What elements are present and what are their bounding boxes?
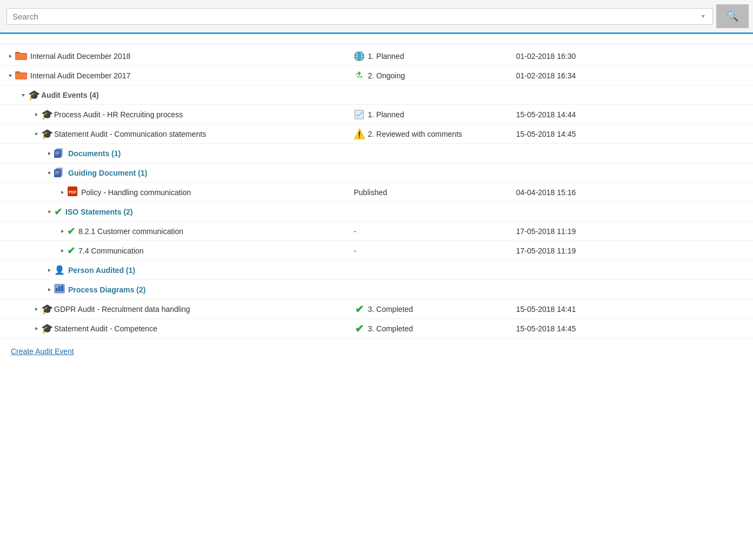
tree-row[interactable]: ✔7.4 Communication-17-05-2018 11:19 <box>0 241 753 261</box>
tree-row[interactable]: 🎓Process Audit - HR Recruiting process 1… <box>0 105 753 124</box>
row-workflow-text: - <box>354 246 356 255</box>
row-label: 8.2.1 Customer communication <box>78 227 183 236</box>
row-toggle[interactable] <box>44 285 54 295</box>
tree-row[interactable]: 👤Person Audited (1) <box>0 261 753 280</box>
row-date-cell: 15-05-2018 14:44 <box>508 110 753 119</box>
svg-marker-44 <box>35 327 38 330</box>
tree-row[interactable]: 🎓Statement Audit - Competence✔3. Complet… <box>0 319 753 338</box>
row-label: Internal Audit December 2017 <box>30 71 130 80</box>
tree-row[interactable]: Internal Audit December 2017 2. Ongoing0… <box>0 66 753 85</box>
svg-marker-17 <box>48 152 51 155</box>
row-workflow-cell: - <box>346 227 508 236</box>
row-toggle[interactable] <box>57 188 67 197</box>
create-audit-event-link[interactable]: Create Audit Event <box>0 341 85 362</box>
row-toggle[interactable] <box>44 149 54 158</box>
row-toggle[interactable] <box>31 129 41 139</box>
svg-marker-16 <box>35 133 38 136</box>
svg-marker-43 <box>35 308 38 311</box>
row-toggle[interactable] <box>44 207 54 217</box>
row-toggle[interactable] <box>57 226 67 236</box>
tree-row[interactable]: 🎓GDPR Audit - Recruitment data handling✔… <box>0 299 753 319</box>
row-workflow-text: 1. Planned <box>368 52 404 61</box>
row-date-cell: 15-05-2018 14:41 <box>508 305 753 314</box>
search-magnifier-icon: 🔍 <box>726 10 738 22</box>
audit-hat-icon: 🎓 <box>41 323 53 335</box>
column-headers <box>0 34 753 44</box>
row-toggle[interactable] <box>18 90 28 100</box>
search-dropdown-icon[interactable]: ▾ <box>702 12 705 20</box>
row-label: Documents (1) <box>68 149 121 158</box>
row-toggle[interactable] <box>5 71 15 81</box>
row-name-cell: 🎓Statement Audit - Competence <box>0 321 346 337</box>
row-name-cell: Documents (1) <box>0 145 346 162</box>
row-label: GDPR Audit - Recruitment data handling <box>54 305 190 314</box>
row-date-cell: 01-02-2018 16:34 <box>508 71 753 80</box>
row-workflow-cell: 1. Planned <box>346 109 508 120</box>
row-date-cell: 15-05-2018 14:45 <box>508 130 753 138</box>
row-workflow-text: Published <box>354 188 387 197</box>
row-name-cell: Process Diagrams (2) <box>0 282 346 297</box>
row-name-cell: ✔ISO Statements (2) <box>0 204 346 220</box>
row-workflow-text: 1. Planned <box>368 110 404 119</box>
row-name-cell: Guiding Document (1) <box>0 164 346 182</box>
row-workflow-cell: ✔3. Completed <box>346 304 508 315</box>
row-name-cell: 🎓Process Audit - HR Recruiting process <box>0 106 346 123</box>
search-bar: ▾ 🔍 <box>0 0 753 34</box>
tree-row[interactable]: PDF Policy - Handling communicationPubli… <box>0 183 753 202</box>
row-workflow-cell: ⚠️2. Reviewed with comments <box>346 129 508 139</box>
row-label: Guiding Document (1) <box>68 169 147 177</box>
tree-list: Internal Audit December 2018 1. Planned0… <box>0 44 753 341</box>
row-name-cell: 🎓GDPR Audit - Recruitment data handling <box>0 301 346 317</box>
row-toggle[interactable] <box>31 110 41 119</box>
tree-row[interactable]: 🎓Statement Audit - Communication stateme… <box>0 124 753 144</box>
row-name-cell: 🎓Statement Audit - Communication stateme… <box>0 126 346 142</box>
diagram-icon <box>54 286 65 295</box>
row-workflow-text: 2. Reviewed with comments <box>368 130 462 138</box>
row-label: Statement Audit - Communication statemen… <box>54 130 206 138</box>
row-workflow-cell: - <box>346 246 508 255</box>
copy-icon <box>54 150 65 159</box>
row-workflow-text: 3. Completed <box>368 324 413 333</box>
row-workflow-cell: ✔3. Completed <box>346 323 508 334</box>
svg-rect-40 <box>56 288 58 291</box>
svg-marker-35 <box>61 230 64 233</box>
row-toggle[interactable] <box>44 168 54 178</box>
tree-row[interactable]: ✔ISO Statements (2) <box>0 202 753 222</box>
svg-marker-24 <box>48 172 51 175</box>
svg-marker-0 <box>9 55 12 58</box>
search-input[interactable] <box>12 12 702 21</box>
tree-row[interactable]: 🎓Audit Events (4) <box>0 85 753 105</box>
row-workflow-cell: 2. Ongoing <box>346 70 508 81</box>
row-workflow-text: 3. Completed <box>368 305 413 314</box>
tree-row[interactable]: ✔8.2.1 Customer communication-17-05-2018… <box>0 222 753 241</box>
search-button[interactable]: 🔍 <box>716 4 749 28</box>
row-toggle[interactable] <box>31 324 41 334</box>
svg-marker-14 <box>35 113 38 116</box>
row-label: Internal Audit December 2018 <box>30 52 130 61</box>
check-complete-icon: ✔ <box>354 323 365 334</box>
row-toggle[interactable] <box>57 246 67 256</box>
row-toggle[interactable] <box>44 265 54 275</box>
tree-row[interactable]: Guiding Document (1) <box>0 163 753 183</box>
row-label: Statement Audit - Competence <box>54 324 157 333</box>
warning-workflow-icon: ⚠️ <box>354 129 365 139</box>
check-green-icon: ✔ <box>54 206 62 217</box>
checkbox-planned-icon <box>354 109 365 120</box>
svg-marker-34 <box>48 211 51 214</box>
svg-rect-12 <box>16 74 27 79</box>
tree-row[interactable]: Documents (1) <box>0 144 753 163</box>
pdf-icon: PDF <box>67 189 78 198</box>
svg-marker-31 <box>61 191 64 194</box>
folder-icon <box>15 70 27 79</box>
tree-row[interactable]: Internal Audit December 2018 1. Planned0… <box>0 46 753 66</box>
row-toggle[interactable] <box>5 51 15 61</box>
row-date-cell: 17-05-2018 11:19 <box>508 227 753 236</box>
svg-rect-4 <box>16 54 27 59</box>
row-toggle[interactable] <box>31 304 41 314</box>
row-label: Process Diagrams (2) <box>68 285 146 294</box>
copy-icon <box>54 170 65 179</box>
row-name-cell: 👤Person Audited (1) <box>0 263 346 277</box>
tree-row[interactable]: Process Diagrams (2) <box>0 280 753 299</box>
row-name-cell: Internal Audit December 2018 <box>0 48 346 64</box>
row-label: Audit Events (4) <box>41 91 99 99</box>
